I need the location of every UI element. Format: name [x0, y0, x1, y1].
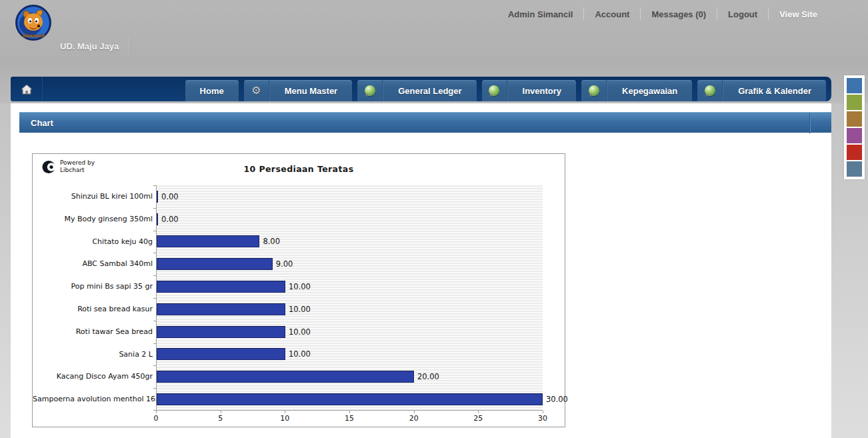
bar-row: 9.00	[157, 253, 543, 275]
value-label: 0.00	[161, 192, 179, 201]
user-link-logout[interactable]: Logout	[717, 9, 768, 19]
bar-row: 8.00	[157, 231, 543, 253]
tab-inventory[interactable]: ∞Inventory	[482, 80, 577, 101]
user-link-messages-0[interactable]: Messages (0)	[641, 9, 717, 19]
category-label: Chitato keju 40g	[33, 231, 156, 253]
bar	[157, 371, 414, 383]
x-tick-mark	[156, 411, 157, 413]
tab-general-ledger[interactable]: ∞General Ledger	[357, 80, 476, 101]
x-tick-mark	[543, 411, 543, 413]
bar-row: 10.00	[157, 343, 543, 366]
user-link-account[interactable]: Account	[584, 9, 640, 19]
nav-tabs: Home⚙Menu Master∞General Ledger∞Inventor…	[185, 77, 831, 101]
y-tick-mark	[153, 298, 157, 299]
theme-swatch-5a7b95[interactable]	[847, 161, 862, 177]
bar	[157, 393, 543, 405]
tab-home[interactable]: Home	[185, 80, 239, 101]
value-label: 10.00	[289, 282, 311, 291]
y-tick-mark	[153, 343, 157, 344]
home-icon	[21, 84, 33, 95]
y-tick-mark	[153, 231, 157, 231]
chart-area: Shinzui BL kirei 100mlMy Body ginseng 35…	[33, 185, 566, 428]
bar-row: 20.00	[157, 365, 543, 388]
tab-kepegawaian[interactable]: ∞Kepegawaian	[581, 80, 692, 101]
theme-swatch-a57a38[interactable]	[847, 111, 862, 127]
link-icon: ∞	[489, 91, 495, 98]
module-icon-segment[interactable]: ∞	[581, 80, 607, 101]
bar	[157, 281, 285, 293]
category-label: Pop mini Bs sapi 35 gr	[33, 275, 156, 298]
y-tick-mark	[153, 321, 157, 321]
value-label: 10.00	[289, 349, 311, 359]
category-label: Shinzui BL kirei 100ml	[33, 185, 156, 208]
simancil-logo[interactable]: Simancil	[15, 4, 52, 41]
link-icon: ∞	[365, 91, 371, 98]
tab-label: Inventory	[507, 80, 577, 101]
tab-label: Grafik & Kalender	[723, 80, 826, 101]
main-navbar: Home⚙Menu Master∞General Ledger∞Inventor…	[11, 77, 831, 101]
bar	[157, 191, 158, 203]
tab-label: General Ledger	[383, 80, 476, 101]
x-tick-label: 30	[538, 414, 547, 423]
category-label: Roti tawar Sea bread	[33, 321, 156, 343]
section-title: Chart	[19, 118, 53, 128]
x-axis: 051015202530	[156, 411, 543, 428]
x-tick-mark	[285, 411, 285, 413]
theme-swatch-8aa43f[interactable]	[847, 95, 862, 110]
link-icon: ∞	[589, 91, 595, 98]
value-label: 10.00	[289, 327, 311, 337]
x-tick-label: 15	[345, 414, 354, 423]
category-label: Kacang Disco Ayam 450gr	[33, 365, 156, 388]
value-label: 0.00	[161, 215, 179, 224]
value-label: 30.00	[546, 395, 568, 404]
chart-title: 10 Persediaan Teratas	[33, 164, 565, 174]
content-panel: Chart Powered by Libchart 10 Persediaan …	[11, 103, 831, 438]
section-header-divider	[809, 113, 811, 133]
y-tick-mark	[153, 388, 157, 389]
user-link-admin-simancil[interactable]: Admin Simancil	[497, 9, 584, 19]
tab-label: Kepegawaian	[607, 80, 692, 101]
x-tick-label: 5	[218, 414, 223, 423]
module-icon-segment[interactable]: ∞	[482, 80, 507, 101]
user-menu: Admin SimancilAccountMessages (0)LogoutV…	[497, 7, 828, 21]
module-globe-icon: ∞	[489, 85, 499, 96]
section-header: Chart	[19, 112, 831, 133]
gear-icon-segment[interactable]: ⚙	[244, 80, 269, 101]
theme-swatch-bf2a20[interactable]	[847, 145, 862, 160]
tab-label: Menu Master	[269, 80, 352, 101]
x-tick-mark	[414, 411, 415, 413]
tab-menu-master[interactable]: ⚙Menu Master	[244, 80, 352, 101]
module-globe-icon: ∞	[589, 85, 599, 96]
tab-grafik-kalender[interactable]: ∞Grafik & Kalender	[697, 80, 826, 101]
company-divider	[128, 37, 129, 55]
gear-icon: ⚙	[251, 85, 261, 96]
chart: Powered by Libchart 10 Persediaan Terata…	[32, 153, 565, 427]
bar	[157, 348, 285, 360]
bar	[157, 326, 285, 338]
value-label: 8.00	[263, 237, 280, 246]
home-icon-button[interactable]	[11, 77, 43, 101]
tab-label: Home	[185, 80, 239, 101]
module-icon-segment[interactable]: ∞	[697, 80, 723, 101]
theme-swatch-3e74ad[interactable]	[847, 78, 862, 93]
category-label: My Body ginseng 350ml	[33, 208, 156, 231]
company-name: UD. Maju Jaya	[60, 41, 119, 51]
theme-swatch-964f97[interactable]	[847, 128, 862, 143]
bar-row: 0.00	[157, 208, 543, 231]
bar	[157, 303, 285, 315]
bar	[157, 213, 158, 225]
bar	[157, 258, 273, 270]
value-label: 9.00	[276, 259, 293, 269]
module-icon-segment[interactable]: ∞	[357, 80, 383, 101]
x-tick-mark	[349, 411, 350, 413]
theme-swatch-strip	[844, 75, 865, 179]
user-link-view-site[interactable]: View Site	[769, 9, 828, 19]
x-tick-label: 10	[280, 414, 289, 423]
x-tick-mark	[221, 411, 221, 413]
x-tick-mark	[478, 411, 479, 413]
y-tick-mark	[153, 185, 157, 186]
category-label: Sania 2 L	[33, 343, 156, 366]
link-icon: ∞	[705, 91, 711, 98]
bar-row: 10.00	[157, 275, 543, 298]
logo-text: Simancil	[23, 33, 45, 39]
